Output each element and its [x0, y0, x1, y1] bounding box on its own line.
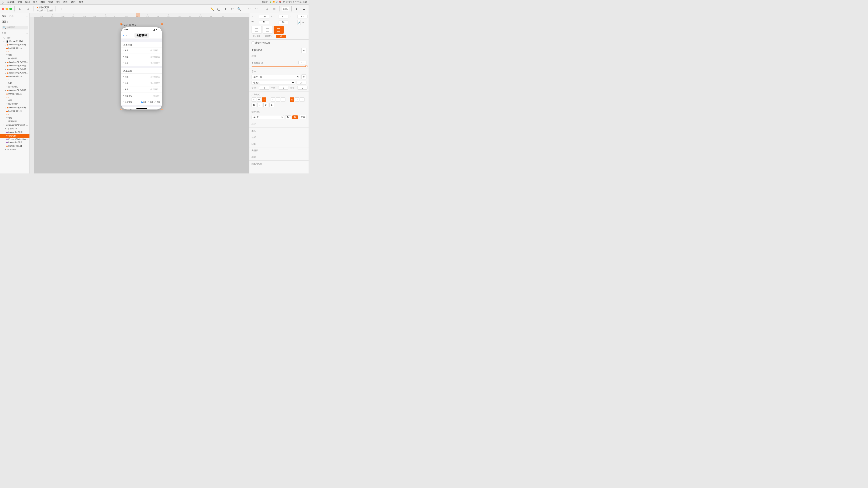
layer-line-04[interactable]: line/组分割线 02: [0, 109, 29, 113]
form-row-5[interactable]: * 标题 提示性描文: [121, 80, 162, 86]
pen-tool[interactable]: ✏️: [209, 6, 215, 12]
layer-title-01[interactable]: T 标题: [0, 53, 29, 57]
menu-sketch[interactable]: Sketch: [7, 1, 14, 4]
menu-view[interactable]: 视图: [63, 1, 68, 4]
layer-dots-01[interactable]: ●●: [0, 50, 29, 53]
pages-tab[interactable]: 页面: [2, 14, 6, 18]
layer-line-02[interactable]: line/组分割线 02: [0, 75, 29, 78]
width-input[interactable]: [259, 21, 269, 24]
layer-group10[interactable]: ▼ ▣ 图组 10: [0, 127, 29, 130]
components-tab[interactable]: 图件: [9, 14, 13, 18]
share-btn[interactable]: ☁: [301, 6, 307, 12]
layer-hint-01[interactable]: T 提示性描文: [0, 57, 29, 60]
preset-default[interactable]: [252, 26, 262, 34]
form-row-select[interactable]: * 标题名称 请选择 ›: [121, 93, 162, 99]
add-page-btn[interactable]: +: [26, 14, 28, 18]
form-row-4[interactable]: * 标题 提示性描文: [121, 73, 162, 80]
page-item[interactable]: 页面 1: [0, 19, 29, 24]
radio-option-1[interactable]: 选中: [141, 101, 147, 103]
x-input[interactable]: [259, 15, 269, 19]
canvas-area[interactable]: iPhone 12 Mini 9:41 ▾ ▬: [34, 18, 249, 173]
layer-line-03[interactable]: line/组分割线 02: [0, 92, 29, 96]
align-bottom-btn[interactable]: ⬇: [281, 97, 285, 102]
layer-icon-back[interactable]: icon/navbar/返回: [0, 141, 29, 144]
opacity-slider[interactable]: [252, 66, 306, 66]
truncate-btn[interactable]: ↘: [295, 97, 300, 102]
menu-edit[interactable]: 编辑: [25, 1, 30, 4]
layer-inputitem-text[interactable]: ▶ InputItem/录入/文本录入/...: [0, 60, 29, 64]
layer-navbar-group[interactable]: ▼ ▣ Navbar/白/文字标题 + 左箭 2...: [0, 123, 29, 127]
zoom-display[interactable]: 93%: [282, 7, 289, 11]
artboard-btn[interactable]: ⊟: [25, 6, 31, 12]
radio-option-3[interactable]: 选项: [154, 101, 160, 103]
justify-btn[interactable]: ▤: [290, 97, 294, 102]
font-settings-btn[interactable]: ⚙: [301, 74, 306, 79]
layer-dots-04[interactable]: ●●: [0, 113, 29, 116]
strikethrough-btn[interactable]: S: [269, 103, 274, 107]
layer-dots-02[interactable]: ●●: [0, 78, 29, 82]
bold-btn[interactable]: B: [252, 103, 256, 107]
y-input[interactable]: [278, 15, 288, 19]
text-lang-select[interactable]: Aa 无: [252, 115, 284, 119]
menu-arrange[interactable]: 排列: [56, 1, 60, 4]
underline-btn[interactable]: U: [264, 103, 268, 107]
layout-btn[interactable]: ▤: [271, 6, 277, 12]
menu-window[interactable]: 窗口: [71, 1, 76, 4]
height-input[interactable]: [278, 21, 288, 24]
layer-status-bar[interactable]: iPhone X/Status Bar/St...: [0, 138, 29, 141]
form-row-6[interactable]: * 标题 提示性描文: [121, 86, 162, 93]
italic-btn[interactable]: I: [257, 103, 262, 107]
export-tool[interactable]: ⬆: [223, 6, 228, 12]
aa-normal-badge[interactable]: Aa: [285, 116, 291, 119]
layer-inputitem-2[interactable]: ▶ InputItem/录入/常规必填备...: [0, 71, 29, 75]
layer-inputitem-select[interactable]: ▶ InputItem/录入/选择录入/...: [0, 68, 29, 71]
font-weight-select[interactable]: 中黑体: [252, 81, 295, 85]
lock-ratio-btn[interactable]: 🔗: [297, 20, 301, 25]
align-top-btn[interactable]: ⬆: [271, 97, 275, 102]
add-btn[interactable]: +: [58, 6, 64, 12]
align-left-btn[interactable]: ≡: [252, 97, 256, 102]
preset-frame[interactable]: [274, 26, 284, 34]
layer-title-text-selected[interactable]: T 名称名称: [0, 134, 29, 138]
form-row-radio[interactable]: * 标题文案 选中 选项: [121, 99, 162, 105]
form-select[interactable]: 请选择 ›: [132, 94, 160, 97]
menu-text[interactable]: 文字: [48, 1, 53, 4]
zoom-button[interactable]: [9, 8, 12, 10]
form-row-1[interactable]: * 标题 提示性描文: [121, 47, 162, 54]
letter-spacing-input[interactable]: [259, 86, 269, 90]
layer-iphone-group[interactable]: ▼ 📱 iPhone 12 Mini: [0, 40, 29, 43]
layer-search[interactable]: 🔍 搜索图层: [2, 26, 28, 29]
add-component-btn[interactable]: +: [27, 32, 28, 35]
layer-hint-03[interactable]: T 提示性描文: [0, 102, 29, 106]
components-item[interactable]: ⬡ 控件: [0, 36, 29, 40]
back-icon[interactable]: ‹: [123, 34, 124, 37]
text-style-add-btn[interactable]: +: [301, 48, 306, 53]
oval-tool[interactable]: ◯: [216, 6, 222, 12]
menu-layer[interactable]: 图层: [40, 1, 45, 4]
layer-title-03[interactable]: T 标题: [0, 99, 29, 102]
layer-title-04[interactable]: T 标题: [0, 116, 29, 120]
font-size-input[interactable]: [296, 81, 306, 85]
layer-title-02[interactable]: T 标题: [0, 82, 29, 85]
layer-divider-line[interactable]: line/组分割线 01: [0, 144, 29, 148]
preset-artboard[interactable]: [262, 26, 273, 34]
form-row-3[interactable]: * 标题 提示性描文: [121, 60, 162, 66]
close-button[interactable]: [2, 8, 4, 10]
opacity-input[interactable]: [299, 61, 306, 64]
layer-inputitem-radio[interactable]: ▶ InputItem/录入/单选/常规...: [0, 64, 29, 68]
fit-btn[interactable]: ⊡: [264, 6, 270, 12]
play-btn[interactable]: ▶: [294, 6, 300, 12]
scroll-btn[interactable]: ↕: [300, 97, 305, 102]
w-input[interactable]: [297, 15, 308, 19]
menu-file[interactable]: 文件: [18, 1, 22, 4]
aa-variant-badge[interactable]: 变体: [299, 115, 306, 119]
layers-toggle-btn[interactable]: ⊞: [17, 6, 23, 12]
align-middle-btn[interactable]: ↕: [276, 97, 280, 102]
close-icon[interactable]: ✕: [125, 34, 127, 37]
layer-inputitem-1[interactable]: ▶ InputItem/录入/常规必填 1: [0, 43, 29, 46]
line-height-input[interactable]: [278, 86, 288, 90]
align-right-btn[interactable]: ≡: [262, 97, 267, 102]
crop-tool[interactable]: ✂: [230, 6, 235, 12]
zoom-tool[interactable]: 🔍: [237, 6, 242, 12]
paragraph-input[interactable]: [297, 86, 308, 90]
